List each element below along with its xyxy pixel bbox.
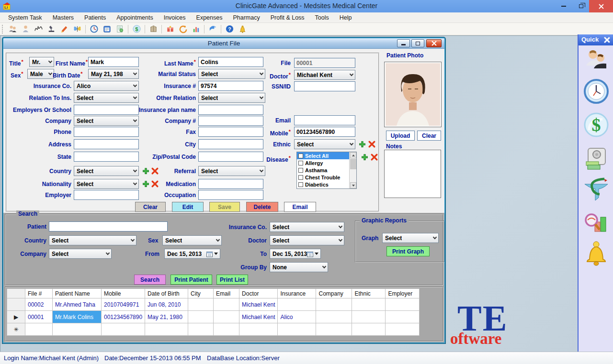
menu-invoices[interactable]: Invoices	[159, 13, 191, 22]
menu-help[interactable]: Help	[334, 13, 357, 22]
column-header[interactable]: Patient Name	[53, 289, 102, 298]
help-icon[interactable]: ?	[225, 24, 234, 34]
print-list-button[interactable]: Print List	[216, 275, 248, 285]
chart-icon[interactable]	[191, 24, 201, 34]
menu-tools[interactable]: Tools	[310, 13, 334, 22]
quick-appointments-icon[interactable]	[583, 78, 609, 104]
clock-icon[interactable]	[89, 24, 99, 34]
quick-alerts-icon[interactable]	[583, 241, 609, 267]
package-icon[interactable]	[148, 24, 158, 34]
new-row-marker[interactable]: ✳	[7, 323, 25, 336]
refresh-icon[interactable]	[178, 24, 188, 34]
graph-select[interactable]: Select	[382, 233, 439, 243]
scrollbar-thumb[interactable]	[350, 159, 356, 169]
quick-pharmacy-icon[interactable]	[583, 176, 609, 202]
column-header[interactable]: File #	[25, 289, 53, 298]
other-relation-select[interactable]: Select	[198, 93, 265, 103]
search-doctor-select[interactable]: Select	[270, 235, 344, 245]
column-header[interactable]: City	[188, 289, 214, 298]
patients-icon[interactable]	[8, 24, 17, 34]
search-from-date[interactable]: Dec 15, 2013	[164, 249, 220, 259]
delete-button[interactable]: Delete	[246, 202, 278, 212]
messenger-icon[interactable]	[208, 24, 217, 34]
current-row-marker[interactable]: ▶	[7, 311, 25, 323]
search-patient-input[interactable]	[49, 221, 168, 232]
scroll-up-icon[interactable]	[350, 152, 356, 158]
insurance-plan-name-input[interactable]	[198, 105, 263, 115]
quick-close-icon[interactable]	[603, 36, 610, 43]
search-button[interactable]: Search	[134, 275, 166, 285]
row-selector[interactable]	[7, 298, 25, 311]
search-country-select[interactable]: Select	[49, 235, 136, 245]
ethnic-select[interactable]: Select	[294, 139, 355, 149]
column-header[interactable]: Mobile	[102, 289, 145, 298]
close-button[interactable]	[589, 0, 613, 12]
menu-pharmacy[interactable]: Pharmacy	[227, 13, 265, 22]
upload-photo-button[interactable]: Upload	[386, 131, 415, 141]
bell-icon[interactable]	[238, 24, 247, 34]
title-select[interactable]: Mr.	[29, 57, 54, 67]
disease-option-asthama[interactable]: Asthama	[297, 166, 350, 174]
selected-cell[interactable]: Mr.Mark Colins	[53, 311, 102, 323]
lab-icon[interactable]	[46, 24, 56, 34]
clear-button[interactable]: Clear	[135, 202, 166, 212]
search-company-select[interactable]: Select	[49, 249, 112, 259]
search-insurance-co-select[interactable]: Select	[270, 222, 344, 232]
menu-patients[interactable]: Patients	[79, 13, 111, 22]
column-header[interactable]: Email	[214, 289, 239, 298]
ssn-input[interactable]	[294, 81, 355, 91]
search-sex-select[interactable]: Select	[162, 235, 222, 245]
menu-expenses[interactable]: Expenses	[191, 13, 228, 22]
menu-profit-loss[interactable]: Profit & Loss	[265, 13, 310, 22]
quick-billing-icon[interactable]: $	[583, 112, 609, 138]
email-button[interactable]: Email	[284, 202, 316, 212]
calendar-icon[interactable]	[102, 24, 112, 34]
referral-select[interactable]: Select	[198, 166, 265, 176]
gift-icon[interactable]	[165, 24, 175, 34]
delete-disease-icon[interactable]	[370, 153, 378, 161]
delete-ethnic-icon[interactable]	[368, 140, 376, 148]
butterfly-icon[interactable]	[72, 24, 82, 34]
pf-close-button[interactable]	[426, 39, 442, 47]
add-ethnic-icon[interactable]	[358, 140, 366, 148]
occupation-input[interactable]	[198, 190, 263, 200]
quick-patients-icon[interactable]	[583, 47, 609, 73]
column-header[interactable]: Date of Birth	[145, 289, 188, 298]
column-header[interactable]: Doctor	[239, 289, 278, 298]
print-graph-button[interactable]: Print Graph	[386, 246, 430, 256]
scroll-down-icon[interactable]	[350, 182, 356, 188]
mobile-input[interactable]	[294, 127, 355, 137]
quick-reports-icon[interactable]	[583, 211, 609, 237]
add-disease-icon[interactable]	[361, 153, 369, 161]
email-input[interactable]	[294, 115, 355, 125]
search-to-date[interactable]: Dec 15, 2013	[270, 249, 321, 259]
checkbox-icon[interactable]	[298, 168, 303, 173]
disease-scrollbar[interactable]	[349, 152, 356, 188]
column-header[interactable]: Ethnic	[352, 289, 386, 298]
column-header[interactable]: Insurance	[278, 289, 316, 298]
search-group-by-select[interactable]: None	[270, 262, 328, 272]
disease-option-chest-trouble[interactable]: Chest Trouble	[297, 174, 350, 181]
signature-icon[interactable]	[34, 24, 43, 34]
checkbox-icon[interactable]	[298, 161, 303, 165]
disease-option-allergy[interactable]: Allergy	[297, 159, 350, 166]
checkbox-icon[interactable]	[298, 182, 303, 187]
pen-icon[interactable]	[59, 24, 69, 34]
print-patient-button[interactable]: Print Patient	[170, 275, 212, 285]
invoice-icon[interactable]	[115, 24, 125, 34]
pf-maximize-button[interactable]	[411, 39, 424, 47]
column-header[interactable]: Employer	[386, 289, 420, 298]
menu-masters[interactable]: Masters	[47, 13, 79, 22]
clear-photo-button[interactable]: Clear	[417, 131, 441, 141]
checkbox-icon[interactable]	[298, 175, 303, 180]
save-button[interactable]: Save	[209, 202, 240, 212]
menu-appointments[interactable]: Appointments	[111, 13, 158, 22]
edit-button[interactable]: Edit	[172, 202, 204, 212]
disease-option-select-all[interactable]: Select All	[297, 152, 350, 159]
checkbox-icon[interactable]	[298, 154, 303, 158]
disease-option-diabetics[interactable]: Diabetics	[297, 181, 350, 188]
cash-icon[interactable]: $	[132, 24, 141, 34]
minimize-button[interactable]	[556, 0, 571, 12]
sex-select[interactable]: Male	[27, 69, 54, 79]
notes-textarea[interactable]	[384, 150, 441, 198]
